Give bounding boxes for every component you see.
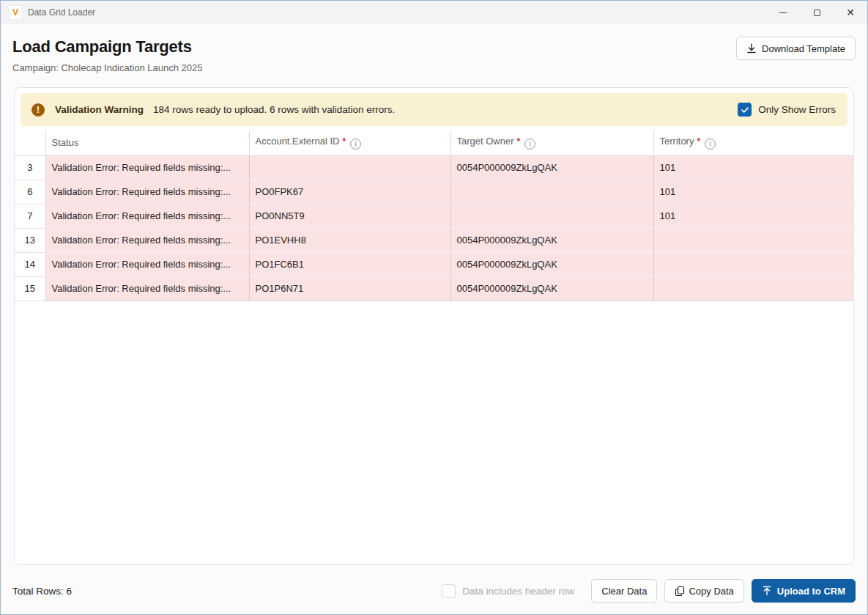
data-grid: Status Account.External ID*i Target Owne… (15, 130, 853, 301)
copy-data-button[interactable]: Copy Data (664, 579, 743, 603)
table-row: 7 Validation Error: Required fields miss… (15, 204, 853, 228)
required-asterisk: * (517, 136, 521, 147)
maximize-icon (814, 10, 820, 16)
warning-message: 184 rows ready to upload. 6 rows with va… (153, 104, 395, 115)
copy-icon (675, 586, 686, 597)
copy-data-label: Copy Data (689, 586, 733, 597)
upload-to-crm-label: Upload to CRM (777, 586, 845, 597)
window-title: Data Grid Loader (28, 7, 95, 18)
download-template-button[interactable]: Download Template (736, 37, 856, 60)
cell-account-external-id[interactable]: PO1FC6B1 (249, 252, 450, 276)
grid-header-row: Status Account.External ID*i Target Owne… (15, 130, 853, 155)
clear-data-label: Clear Data (601, 586, 647, 597)
only-show-errors-checkbox[interactable] (738, 103, 752, 117)
cell-account-external-id[interactable]: PO0FPK67 (249, 180, 450, 204)
validation-warning-banner: ! Validation Warning 184 rows ready to u… (21, 93, 847, 126)
cell-territory[interactable]: 101 (653, 155, 853, 180)
download-template-label: Download Template (762, 43, 845, 54)
only-show-errors-label: Only Show Errors (758, 104, 836, 115)
cell-target-owner[interactable]: 0054P000009ZkLgQAK (450, 276, 653, 301)
checkmark-icon (741, 106, 749, 114)
column-label: Territory (660, 136, 694, 147)
page-header: Load Campaign Targets Campaign: Cholecap… (1, 24, 867, 73)
cell-status[interactable]: Validation Error: Required fields missin… (45, 276, 249, 301)
cell-territory[interactable] (653, 276, 853, 301)
app-window: V Data Grid Loader ✕ Load Campaign Targe… (0, 0, 868, 615)
column-label: Status (52, 137, 79, 148)
cell-target-owner[interactable]: 0054P000009ZkLgQAK (450, 252, 653, 276)
footer-bar: Total Rows: 6 Data includes header row C… (1, 567, 867, 614)
required-asterisk: * (697, 136, 700, 147)
close-icon: ✕ (846, 7, 855, 18)
row-number[interactable]: 3 (15, 155, 45, 180)
cell-account-external-id[interactable]: PO0NN5T9 (249, 204, 450, 228)
info-icon[interactable]: i (350, 139, 361, 150)
info-icon[interactable]: i (524, 139, 535, 150)
row-number[interactable]: 6 (15, 180, 45, 204)
cell-target-owner[interactable]: 0054P000009ZkLgQAK (450, 228, 653, 252)
cell-status[interactable]: Validation Error: Required fields missin… (45, 228, 249, 252)
row-number[interactable]: 7 (15, 204, 45, 228)
required-asterisk: * (342, 136, 346, 147)
cell-account-external-id[interactable] (249, 155, 450, 180)
minimize-icon (779, 12, 787, 13)
row-number[interactable]: 15 (15, 276, 45, 301)
upload-to-crm-button[interactable]: Upload to CRM (752, 579, 856, 603)
cell-account-external-id[interactable]: PO1P6N71 (249, 276, 450, 301)
column-header-status[interactable]: Status (45, 130, 249, 155)
cell-territory[interactable] (653, 252, 853, 276)
data-grid-card: ! Validation Warning 184 rows ready to u… (14, 87, 854, 565)
campaign-subtitle: Campaign: Cholecap Indication Launch 202… (12, 62, 856, 73)
download-icon (746, 43, 757, 54)
cell-territory[interactable]: 101 (653, 204, 853, 228)
row-number[interactable]: 14 (15, 252, 45, 276)
cell-territory[interactable]: 101 (653, 180, 853, 204)
cell-target-owner[interactable] (450, 180, 653, 204)
cell-account-external-id[interactable]: PO1EVHH8 (249, 228, 450, 252)
table-row: 15 Validation Error: Required fields mis… (15, 276, 853, 301)
column-header-territory[interactable]: Territory*i (653, 130, 853, 155)
upload-icon (762, 586, 772, 596)
table-row: 6 Validation Error: Required fields miss… (15, 180, 853, 204)
warning-title: Validation Warning (55, 104, 144, 115)
clear-data-button[interactable]: Clear Data (591, 579, 657, 603)
cell-status[interactable]: Validation Error: Required fields missin… (45, 180, 249, 204)
table-row: 13 Validation Error: Required fields mis… (15, 228, 853, 252)
total-rows-label: Total Rows: 6 (12, 586, 72, 597)
cell-status[interactable]: Validation Error: Required fields missin… (45, 252, 249, 276)
close-button[interactable]: ✕ (834, 1, 867, 24)
data-includes-header-row-label: Data includes header row (462, 586, 574, 597)
column-label: Target Owner (457, 136, 514, 147)
warning-icon: ! (31, 103, 45, 117)
titlebar: V Data Grid Loader ✕ (1, 1, 867, 24)
page-title: Load Campaign Targets (12, 37, 856, 56)
table-row: 3 Validation Error: Required fields miss… (15, 155, 853, 180)
cell-territory[interactable] (653, 228, 853, 252)
column-label: Account.External ID (256, 136, 340, 147)
minimize-button[interactable] (766, 1, 800, 24)
row-number-header (15, 130, 45, 155)
header-row-checkbox-group: Data includes header row (442, 584, 574, 598)
info-icon[interactable]: i (705, 139, 716, 150)
row-number[interactable]: 13 (15, 228, 45, 252)
column-header-account-external-id[interactable]: Account.External ID*i (249, 130, 450, 155)
maximize-button[interactable] (800, 1, 834, 24)
column-header-target-owner[interactable]: Target Owner*i (450, 130, 653, 155)
table-row: 14 Validation Error: Required fields mis… (15, 252, 853, 276)
cell-target-owner[interactable] (450, 204, 653, 228)
app-logo-icon: V (9, 6, 22, 19)
cell-status[interactable]: Validation Error: Required fields missin… (45, 155, 249, 180)
data-includes-header-row-checkbox[interactable] (442, 584, 456, 598)
window-controls: ✕ (766, 1, 867, 24)
cell-status[interactable]: Validation Error: Required fields missin… (45, 204, 249, 228)
cell-target-owner[interactable]: 0054P000009ZkLgQAK (450, 155, 653, 180)
